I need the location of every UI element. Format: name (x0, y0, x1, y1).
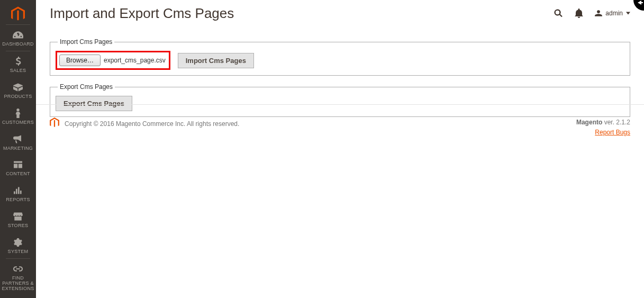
sidebar-item-label: FIND PARTNERS & EXTENSIONS (1, 276, 35, 292)
copyright-text: Copyright © 2016 Magento Commerce Inc. A… (65, 120, 239, 128)
sidebar-item-label: REPORTS (6, 197, 30, 203)
browse-button[interactable]: Browse… (59, 55, 101, 66)
gauge-icon (13, 30, 23, 40)
user-name: admin (605, 10, 623, 17)
export-button[interactable]: Export Cms Pages (56, 96, 132, 111)
footer-brand: Magento (576, 119, 602, 126)
megaphone-icon (13, 134, 23, 145)
export-legend: Export Cms Pages (58, 83, 115, 91)
sidebar-item-products[interactable]: PRODUCTS (0, 77, 36, 103)
box-icon (13, 82, 23, 93)
import-legend: Import Cms Pages (58, 38, 114, 46)
sidebar-item-label: MARKETING (3, 146, 33, 151)
sidebar-item-partners[interactable]: FIND PARTNERS & EXTENSIONS (0, 259, 36, 295)
admin-sidebar: DASHBOARD SALES PRODUCTS CUSTOMERS MARKE… (0, 0, 36, 298)
page-title: Import and Export Cms Pages (50, 5, 554, 22)
magento-logo-small (50, 118, 59, 130)
report-bugs-link[interactable]: Report Bugs (595, 129, 630, 136)
export-fieldset: Export Cms Pages Export Cms Pages (50, 83, 630, 117)
footer-version: ver. 2.1.2 (602, 119, 630, 126)
link-icon (13, 264, 23, 274)
selected-filename: export_cms_page.csv (104, 57, 166, 64)
page-content: Import Cms Pages Browse… export_cms_page… (36, 26, 644, 128)
sidebar-item-customers[interactable]: CUSTOMERS (0, 103, 36, 129)
main-area: Import and Export Cms Pages admin Import… (36, 0, 644, 298)
user-menu[interactable]: admin (595, 10, 630, 17)
notifications-icon[interactable] (575, 8, 583, 18)
layout-icon (14, 159, 22, 170)
sidebar-item-label: SYSTEM (8, 249, 29, 255)
sidebar-item-label: PRODUCTS (4, 94, 32, 100)
user-icon (595, 10, 602, 17)
search-icon[interactable] (554, 8, 563, 18)
file-picker-highlight: Browse… export_cms_page.csv (56, 51, 170, 70)
bar-chart-icon (14, 185, 22, 196)
import-fieldset: Import Cms Pages Browse… export_cms_page… (50, 38, 630, 76)
magento-logo[interactable] (0, 4, 36, 24)
person-icon (15, 108, 21, 119)
sidebar-item-stores[interactable]: STORES (0, 206, 36, 232)
sidebar-item-content[interactable]: CONTENT (0, 155, 36, 180)
divider (36, 104, 644, 105)
page-footer: Copyright © 2016 Magento Commerce Inc. A… (50, 118, 630, 138)
gear-icon (14, 237, 22, 248)
sidebar-item-sales[interactable]: SALES (0, 51, 36, 77)
storefront-icon (13, 211, 23, 222)
dollar-icon (14, 56, 22, 67)
sidebar-item-reports[interactable]: REPORTS (0, 180, 36, 206)
sidebar-item-label: CUSTOMERS (2, 120, 34, 125)
sidebar-item-marketing[interactable]: MARKETING (0, 129, 36, 155)
import-button[interactable]: Import Cms Pages (178, 53, 254, 68)
sidebar-item-label: SALES (10, 68, 26, 74)
page-header: Import and Export Cms Pages admin (36, 0, 644, 26)
sidebar-item-dashboard[interactable]: DASHBOARD (0, 25, 36, 51)
sidebar-item-system[interactable]: SYSTEM (0, 232, 36, 258)
chevron-down-icon (626, 12, 630, 15)
sidebar-item-label: CONTENT (6, 171, 30, 177)
sidebar-item-label: STORES (8, 223, 29, 229)
sidebar-item-label: DASHBOARD (2, 42, 34, 47)
